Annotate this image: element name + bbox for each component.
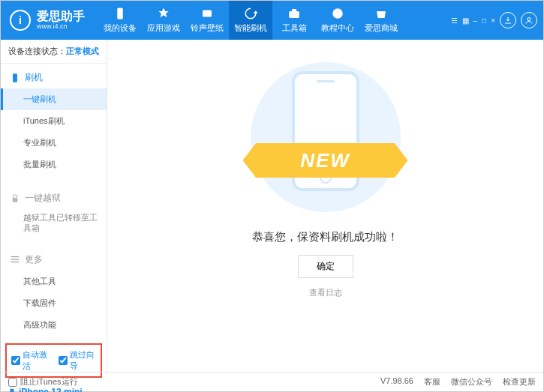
svg-rect-2 (289, 11, 299, 18)
footer: 阻止iTunes运行 V7.98.66 客服 微信公众号 检查更新 (1, 372, 543, 391)
menu-icon[interactable]: ☰ (451, 16, 458, 25)
sidebar-head-label: 刷机 (25, 71, 43, 84)
svg-rect-3 (292, 9, 296, 11)
main-content: NEW 恭喜您，保资料刷机成功啦！ 确定 查看日志 (107, 40, 543, 372)
logo: i 爱思助手 www.i4.cn (10, 10, 85, 31)
sidebar-item-itunes-flash[interactable]: iTunes刷机 (1, 110, 107, 132)
svg-rect-10 (11, 262, 20, 262)
svg-rect-7 (13, 197, 18, 202)
checkbox-label: 跳过向导 (70, 349, 97, 372)
view-log-link[interactable]: 查看日志 (309, 287, 342, 298)
version-label: V7.98.66 (380, 376, 413, 388)
sidebar: 设备连接状态：正常模式 刷机 一键刷机 iTunes刷机 专业刷机 批量刷机 一… (1, 40, 107, 372)
block-itunes-checkbox[interactable]: 阻止iTunes运行 (8, 376, 78, 388)
nav-tutorial[interactable]: 教程中心 (316, 1, 359, 40)
close-icon[interactable]: × (491, 16, 495, 25)
jailbreak-note: 越狱工具已转移至工具箱 (1, 209, 107, 237)
sidebar-head-jailbreak: 一键越狱 (1, 187, 107, 209)
svg-rect-6 (13, 73, 17, 82)
maximize-icon[interactable]: □ (482, 16, 486, 25)
sidebar-item-download-fw[interactable]: 下载固件 (1, 292, 107, 314)
nav-flash[interactable]: 智能刷机 (229, 1, 272, 40)
download-button[interactable] (500, 12, 516, 28)
sidebar-item-pro-flash[interactable]: 专业刷机 (1, 132, 107, 154)
status-label: 设备连接状态： (8, 46, 66, 55)
sidebar-head-flash[interactable]: 刷机 (1, 67, 107, 88)
nav-ringtones[interactable]: 铃声壁纸 (185, 1, 229, 40)
nav-apps[interactable]: 应用游戏 (142, 1, 185, 40)
sidebar-item-other-tools[interactable]: 其他工具 (1, 271, 107, 292)
sidebar-item-oneclick-flash[interactable]: 一键刷机 (1, 88, 107, 110)
titlebar: i 爱思助手 www.i4.cn 我的设备 应用游戏 铃声壁纸 智能刷机 工具箱… (1, 1, 543, 40)
nav-label: 应用游戏 (147, 22, 180, 34)
new-ribbon: NEW (243, 143, 408, 178)
connection-status: 设备连接状态：正常模式 (1, 40, 107, 64)
sidebar-head-label: 更多 (25, 253, 43, 266)
minimize-icon[interactable]: – (473, 16, 478, 25)
skip-guide-checkbox[interactable]: 跳过向导 (59, 349, 97, 372)
nav-label: 铃声壁纸 (191, 22, 224, 34)
success-message: 恭喜您，保资料刷机成功啦！ (252, 230, 398, 244)
nav-label: 爱思商城 (365, 22, 398, 34)
pin-icon[interactable]: ▦ (462, 16, 469, 25)
footer-link-wechat[interactable]: 微信公众号 (451, 376, 492, 388)
main-nav: 我的设备 应用游戏 铃声壁纸 智能刷机 工具箱 教程中心 爱思商城 (98, 1, 403, 40)
svg-rect-9 (11, 259, 20, 260)
success-illustration: NEW (251, 62, 401, 212)
status-mode: 正常模式 (66, 46, 99, 55)
brand-name: 爱思助手 (37, 10, 85, 23)
nav-my-device[interactable]: 我的设备 (98, 1, 142, 40)
sidebar-head-more[interactable]: 更多 (1, 249, 107, 271)
auto-activate-checkbox[interactable]: 自动激活 (11, 349, 50, 372)
nav-toolbox[interactable]: 工具箱 (272, 1, 316, 40)
sidebar-item-advanced[interactable]: 高级功能 (1, 314, 107, 336)
nav-store[interactable]: 爱思商城 (359, 1, 403, 40)
nav-label: 我的设备 (104, 22, 137, 34)
footer-link-update[interactable]: 检查更新 (503, 376, 536, 388)
user-button[interactable] (521, 12, 537, 28)
nav-label: 工具箱 (282, 22, 307, 34)
ok-button[interactable]: 确定 (298, 255, 353, 278)
sidebar-head-label: 一键越狱 (25, 192, 61, 205)
logo-icon: i (10, 10, 31, 31)
brand-url: www.i4.cn (37, 23, 85, 31)
svg-rect-8 (11, 256, 20, 257)
sidebar-item-batch-flash[interactable]: 批量刷机 (1, 154, 107, 175)
svg-point-5 (527, 18, 530, 21)
nav-label: 教程中心 (321, 22, 354, 34)
checkbox-label: 阻止iTunes运行 (20, 376, 78, 388)
footer-link-support[interactable]: 客服 (424, 376, 440, 388)
svg-rect-0 (117, 8, 123, 19)
nav-label: 智能刷机 (234, 22, 267, 34)
svg-point-4 (332, 8, 343, 19)
checkbox-label: 自动激活 (23, 349, 50, 372)
svg-rect-1 (203, 10, 212, 17)
